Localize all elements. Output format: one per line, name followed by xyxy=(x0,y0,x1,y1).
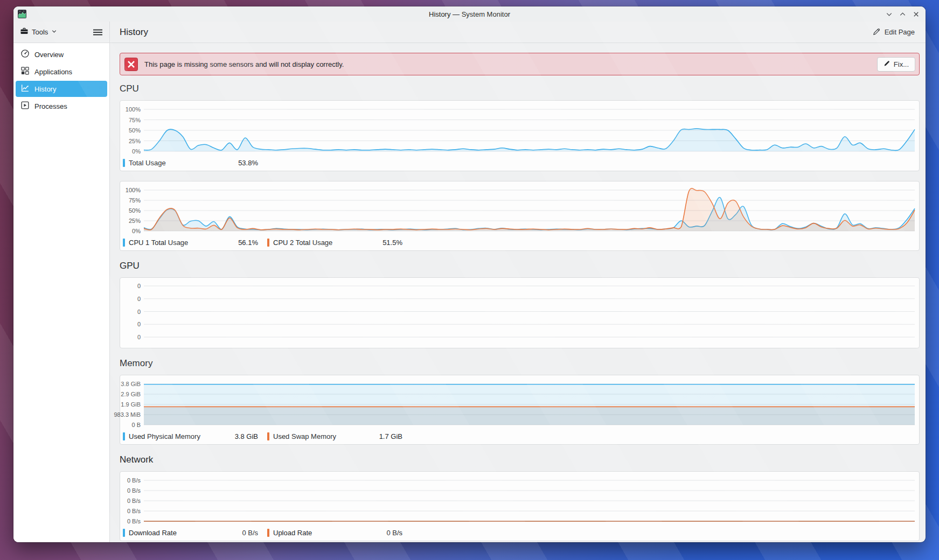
legend-color-marker xyxy=(267,529,269,537)
main-content: This page is missing some sensors and wi… xyxy=(110,43,926,542)
plot-area xyxy=(144,185,915,234)
line-chart-icon xyxy=(20,83,30,94)
axis-tick-label: 0 xyxy=(137,296,141,302)
process-icon xyxy=(20,101,30,111)
plot-area xyxy=(144,281,915,342)
legend-color-marker xyxy=(123,159,125,167)
tools-menu-button[interactable]: Tools xyxy=(18,25,59,39)
axis-tick-label: 3.8 GiB xyxy=(121,381,141,387)
legend-color-marker xyxy=(123,529,125,537)
legend-value: 0 B/s xyxy=(386,529,402,537)
cpu-per-core-chart: 100%75%50%25%0%CPU 1 Total Usage56.1%CPU… xyxy=(120,181,920,251)
close-icon[interactable] xyxy=(912,10,920,18)
axis-tick-label: 0 B xyxy=(131,422,141,428)
y-axis: 00000 xyxy=(120,281,144,342)
plot-area xyxy=(144,104,915,155)
pencil-icon xyxy=(884,60,891,68)
legend-color-marker xyxy=(123,432,125,440)
legend-entry: Used Physical Memory3.8 GiB xyxy=(123,432,258,440)
legend-entry: Used Swap Memory1.7 GiB xyxy=(267,432,402,440)
cpu-total-usage-chart: 100%75%50%25%0%Total Usage53.8% xyxy=(120,100,920,171)
legend-entry: CPU 1 Total Usage56.1% xyxy=(123,239,258,247)
plot-area xyxy=(144,379,915,428)
axis-tick-label: 0% xyxy=(132,148,141,155)
sidebar-item-label: Applications xyxy=(34,68,72,76)
maximize-icon[interactable] xyxy=(898,10,907,18)
section-title-cpu: CPU xyxy=(120,83,920,94)
fix-label: Fix... xyxy=(894,60,909,68)
y-axis: 100%75%50%25%0% xyxy=(120,185,144,234)
sidebar-item-overview[interactable]: Overview xyxy=(16,46,107,62)
section-title-network: Network xyxy=(120,454,920,465)
axis-tick-label: 50% xyxy=(129,207,141,214)
axis-tick-label: 0 B/s xyxy=(127,508,141,514)
edit-page-button[interactable]: Edit Page xyxy=(870,25,918,39)
missing-sensors-banner: This page is missing some sensors and wi… xyxy=(120,53,920,75)
legend-entry: Upload Rate0 B/s xyxy=(267,529,402,537)
axis-tick-label: 0 B/s xyxy=(127,498,141,504)
sidebar-item-history[interactable]: History xyxy=(16,81,107,97)
chart-legend: Total Usage53.8% xyxy=(120,155,915,171)
chart-legend: CPU 1 Total Usage56.1%CPU 2 Total Usage5… xyxy=(120,234,915,250)
axis-tick-label: 0 B/s xyxy=(127,477,141,484)
legend-entry: Total Usage53.8% xyxy=(123,159,258,167)
axis-tick-label: 0 xyxy=(137,309,141,315)
y-axis: 3.8 GiB2.9 GiB1.9 GiB983.3 MiB0 B xyxy=(120,379,144,428)
sidebar-item-label: History xyxy=(34,85,56,93)
legend-value: 56.1% xyxy=(238,239,258,247)
fix-button[interactable]: Fix... xyxy=(877,57,915,72)
legend-label: Download Rate xyxy=(129,529,242,537)
legend-color-marker xyxy=(267,432,269,440)
chevron-down-icon xyxy=(51,28,57,36)
network-chart: 0 B/s0 B/s0 B/s0 B/s0 B/sDownload Rate0 … xyxy=(120,471,920,541)
axis-tick-label: 50% xyxy=(129,127,141,134)
axis-tick-label: 0 xyxy=(137,321,141,327)
axis-tick-label: 1.9 GiB xyxy=(121,401,141,408)
desktop-wallpaper: History — System Monitor xyxy=(0,0,939,560)
y-axis: 0 B/s0 B/s0 B/s0 B/s0 B/s xyxy=(120,475,144,524)
section-title-gpu: GPU xyxy=(120,261,920,271)
axis-tick-label: 983.3 MiB xyxy=(114,411,141,418)
minimize-icon[interactable] xyxy=(885,10,893,18)
legend-value: 1.7 GiB xyxy=(379,432,402,440)
window-title: History — System Monitor xyxy=(13,10,926,18)
legend-color-marker xyxy=(123,239,125,247)
axis-tick-label: 0% xyxy=(132,228,141,234)
banner-message: This page is missing some sensors and wi… xyxy=(144,60,344,68)
gpu-chart: 00000 xyxy=(120,277,920,348)
page-header: History Edit Page xyxy=(110,22,926,43)
grid-icon xyxy=(20,66,30,77)
toolbar: Tools History xyxy=(13,22,926,43)
axis-tick-label: 0 B/s xyxy=(127,518,141,524)
error-icon xyxy=(124,58,138,71)
system-monitor-app-icon xyxy=(18,10,26,18)
axis-tick-label: 25% xyxy=(129,218,141,224)
memory-chart: 3.8 GiB2.9 GiB1.9 GiB983.3 MiB0 BUsed Ph… xyxy=(120,375,920,445)
legend-label: Used Swap Memory xyxy=(273,432,379,440)
legend-value: 0 B/s xyxy=(242,529,258,537)
plot-area xyxy=(144,475,915,524)
edit-page-label: Edit Page xyxy=(885,28,915,36)
axis-tick-label: 25% xyxy=(129,138,141,144)
sidebar-item-applications[interactable]: Applications xyxy=(16,64,107,80)
axis-tick-label: 2.9 GiB xyxy=(121,391,141,397)
axis-tick-label: 75% xyxy=(129,117,141,123)
section-title-memory: Memory xyxy=(120,358,920,369)
axis-tick-label: 0 xyxy=(137,283,141,289)
axis-tick-label: 75% xyxy=(129,197,141,204)
hamburger-menu-icon[interactable] xyxy=(92,27,104,38)
axis-tick-label: 0 B/s xyxy=(127,487,141,494)
titlebar[interactable]: History — System Monitor xyxy=(13,6,926,22)
legend-label: Total Usage xyxy=(129,159,238,167)
legend-value: 3.8 GiB xyxy=(235,432,258,440)
axis-tick-label: 0 xyxy=(137,334,141,340)
chart-legend: Used Physical Memory3.8 GiBUsed Swap Mem… xyxy=(120,428,915,444)
y-axis: 100%75%50%25%0% xyxy=(120,104,144,155)
briefcase-icon xyxy=(20,27,29,37)
legend-label: CPU 1 Total Usage xyxy=(129,239,238,247)
axis-tick-label: 100% xyxy=(126,187,141,193)
page-title: History xyxy=(120,27,148,38)
legend-entry: CPU 2 Total Usage51.5% xyxy=(267,239,402,247)
sidebar-item-processes[interactable]: Processes xyxy=(16,98,107,114)
system-monitor-window: History — System Monitor xyxy=(13,6,926,542)
